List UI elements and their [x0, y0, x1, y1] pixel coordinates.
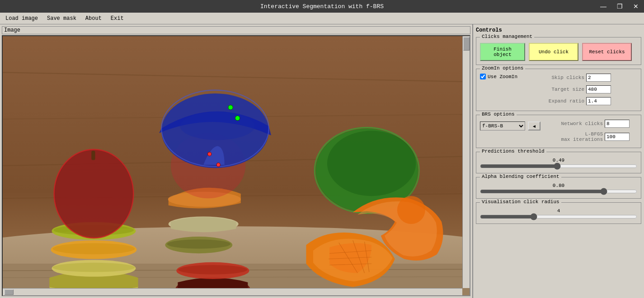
use-zoomin-label: Use ZoomIn — [488, 74, 517, 79]
svg-point-11 — [53, 263, 135, 272]
reset-clicks-button[interactable]: Reset clicks — [582, 43, 632, 61]
brs-options-group: BRS options f-BRS-B ◄ Network clicks L-B… — [476, 115, 641, 148]
target-size-row: Target size — [530, 85, 611, 93]
visualisation-radius-slider-container: 4 — [480, 208, 637, 220]
svg-point-22 — [178, 265, 247, 275]
svg-point-31 — [228, 105, 233, 110]
clicks-management-row: Finishobject Undo click Reset clicks — [480, 43, 637, 61]
network-clicks-input[interactable] — [605, 120, 630, 128]
zoomin-title: ZoomIn options — [480, 65, 525, 71]
expand-ratio-label: Expand ratio — [530, 98, 584, 104]
horizontal-scrollbar[interactable] — [3, 288, 462, 295]
fruit-image — [3, 36, 470, 295]
maximize-button[interactable]: ❐ — [611, 0, 628, 13]
model-toggle-button[interactable]: ◄ — [528, 121, 541, 130]
use-zoomin-checkbox[interactable] — [480, 74, 486, 79]
svg-point-17 — [55, 150, 132, 237]
predictions-threshold-slider[interactable] — [480, 163, 637, 169]
menu-save-mask[interactable]: Save mask — [44, 14, 79, 23]
predictions-threshold-title: Predictions threshold — [480, 149, 546, 154]
window-title: Interactive Segmentation with f-BRS — [260, 3, 384, 10]
menu-load-image[interactable]: Load image — [3, 14, 41, 23]
skip-clicks-label: Skip clicks — [530, 75, 584, 80]
clicks-management-title: Clicks management — [480, 34, 534, 39]
titlebar: Interactive Segmentation with f-BRS — ❐ … — [0, 0, 644, 13]
image-panel: Image — [0, 24, 472, 298]
predictions-threshold-group: Predictions threshold 0.49 — [476, 152, 641, 173]
zoomin-options-group: ZoomIn options Use ZoomIn Skip clicks Ta… — [476, 69, 641, 111]
minimize-button[interactable]: — — [595, 0, 611, 13]
svg-point-33 — [207, 152, 211, 156]
svg-point-13 — [53, 243, 135, 254]
brs-title: BRS options — [480, 112, 517, 117]
canvas-area[interactable] — [3, 36, 470, 295]
lbfgs-label: L-BFGSmax iterations — [549, 131, 603, 142]
menubar: Load image Save mask About Exit — [0, 13, 644, 24]
visualisation-radius-group: Visualisation click radius 4 — [476, 202, 641, 224]
clicks-management-group: Clicks management Finishobject Undo clic… — [476, 37, 641, 65]
image-container[interactable] — [2, 35, 470, 296]
h-scroll-thumb[interactable] — [5, 289, 14, 295]
target-size-label: Target size — [530, 87, 584, 92]
lbfgs-input[interactable] — [605, 133, 630, 141]
image-label: Image — [2, 26, 470, 34]
svg-rect-18 — [91, 151, 95, 160]
visualisation-radius-slider[interactable] — [480, 214, 637, 220]
lbfgs-row: L-BFGSmax iterations — [549, 131, 630, 142]
finish-object-button[interactable]: Finishobject — [480, 43, 525, 61]
alpha-blending-title: Alpha blending coefficient — [480, 174, 561, 179]
visualisation-radius-title: Visualisation click radius — [480, 199, 561, 205]
v-scroll-thumb[interactable] — [463, 37, 470, 51]
svg-point-32 — [235, 116, 240, 120]
svg-point-29 — [180, 112, 255, 140]
window-controls: — ❐ ✕ — [595, 0, 644, 13]
svg-point-38 — [397, 196, 425, 224]
network-clicks-row: Network clicks — [549, 120, 630, 128]
svg-point-24 — [167, 239, 230, 249]
model-row: f-BRS-B ◄ — [480, 121, 541, 130]
skip-clicks-input[interactable] — [586, 74, 611, 82]
model-select[interactable]: f-BRS-B — [480, 121, 525, 130]
menu-exit[interactable]: Exit — [108, 14, 127, 23]
svg-point-36 — [327, 131, 416, 196]
alpha-blending-group: Alpha blending coefficient 0.80 — [476, 177, 641, 199]
use-zoomin-checkbox-label[interactable]: Use ZoomIn — [480, 74, 517, 79]
expand-ratio-row: Expand ratio — [530, 97, 611, 105]
undo-click-button[interactable]: Undo click — [529, 43, 578, 61]
skip-clicks-row: Skip clicks — [530, 74, 611, 82]
predictions-threshold-slider-container: 0.49 — [480, 158, 637, 169]
alpha-blending-slider-container: 0.80 — [480, 183, 637, 195]
network-clicks-label: Network clicks — [549, 121, 603, 126]
menu-about[interactable]: About — [83, 14, 104, 23]
vertical-scrollbar[interactable] — [462, 36, 470, 288]
alpha-blending-slider[interactable] — [480, 188, 637, 195]
main-content: Image — [0, 24, 644, 298]
expand-ratio-input[interactable] — [586, 97, 611, 105]
svg-point-34 — [216, 163, 220, 167]
controls-title: Controls — [476, 27, 641, 33]
close-button[interactable]: ✕ — [628, 0, 644, 13]
controls-panel: Controls Clicks management Finishobject … — [472, 24, 644, 298]
target-size-input[interactable] — [586, 85, 611, 93]
